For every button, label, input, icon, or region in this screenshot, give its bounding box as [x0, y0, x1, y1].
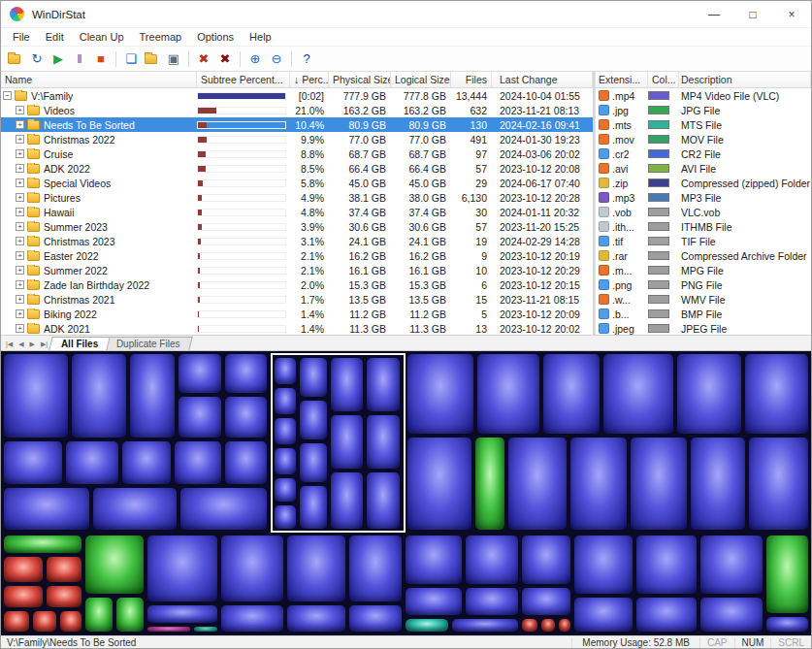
file-row[interactable]: +Pictures4.9%38.1 GB38.0 GB6,1302023-10-… — [1, 190, 593, 205]
menu-item-help[interactable]: Help — [242, 29, 279, 45]
treemap-cell[interactable] — [475, 438, 504, 530]
file-row[interactable]: +ADK 20211.4%11.3 GB11.3 GB132023-10-12 … — [1, 321, 593, 335]
extension-row[interactable]: .mp3MP3 File — [596, 190, 811, 205]
maximize-button[interactable]: □ — [733, 1, 772, 28]
expander-icon[interactable]: + — [16, 266, 24, 275]
treemap-cell[interactable] — [406, 535, 462, 584]
treemap[interactable] — [1, 351, 812, 635]
treemap-cell[interactable] — [603, 354, 673, 434]
open-button[interactable] — [5, 49, 26, 69]
pause-scan-button[interactable]: ‖ — [69, 49, 90, 69]
treemap-cell[interactable] — [407, 354, 473, 434]
treemap-cell[interactable] — [4, 488, 89, 530]
file-row[interactable]: +Christmas 20229.9%77.0 GB77.0 GB4912024… — [1, 132, 593, 146]
extension-row[interactable]: .mtsMTS File — [596, 117, 811, 132]
expander-icon[interactable]: + — [16, 193, 24, 202]
tab-duplicate-files[interactable]: Duplicate Files — [104, 337, 192, 350]
expander-icon[interactable]: + — [16, 208, 24, 216]
treemap-cell[interactable] — [406, 588, 462, 615]
extension-row[interactable]: .tifTIF File — [596, 234, 811, 248]
expander-icon[interactable]: + — [16, 237, 24, 245]
treemap-cell[interactable] — [179, 397, 221, 438]
extension-row[interactable]: .ith...ITHMB File — [596, 219, 811, 234]
treemap-cell[interactable] — [541, 619, 555, 632]
treemap-cell[interactable] — [116, 598, 144, 632]
zoom-in-button[interactable]: ⊕ — [244, 49, 266, 69]
treemap-cell[interactable] — [349, 535, 402, 601]
treemap-cell[interactable] — [147, 627, 190, 632]
treemap-cell[interactable] — [543, 354, 600, 434]
treemap-cell[interactable] — [221, 605, 283, 632]
file-row[interactable]: +Needs To Be Sorted10.4%80.9 GB80.9 GB13… — [1, 117, 593, 132]
column-header-physical-size[interactable]: Physical Size — [329, 72, 391, 87]
treemap-cell[interactable] — [287, 535, 345, 601]
treemap-cell[interactable] — [47, 557, 81, 582]
column-header-logical-size[interactable]: Logical Size — [391, 72, 451, 87]
menu-item-clean-up[interactable]: Clean Up — [72, 29, 132, 45]
treemap-cell[interactable] — [466, 535, 518, 584]
treemap-cell[interactable] — [477, 354, 539, 434]
expander-icon[interactable]: + — [16, 295, 24, 304]
file-row[interactable]: +Hawaii4.8%37.4 GB37.4 GB302024-01-11 20… — [1, 205, 593, 219]
open-console-button[interactable]: ▣ — [163, 49, 184, 69]
stop-scan-button[interactable]: ■ — [90, 49, 112, 69]
tab-all-files[interactable]: All Files — [49, 337, 111, 350]
treemap-cell[interactable] — [180, 488, 267, 530]
copy-path-button[interactable]: ❏ — [120, 49, 142, 69]
file-row[interactable]: +Cruise8.8%68.7 GB68.7 GB972024-03-06 20… — [1, 146, 593, 161]
extension-row[interactable]: .movMOV File — [596, 132, 811, 146]
treemap-cell[interactable] — [631, 438, 687, 530]
column-header-last-change[interactable]: Last Change — [492, 72, 593, 87]
file-row[interactable]: +Summer 20222.1%16.1 GB16.1 GB102023-10-… — [1, 263, 593, 277]
treemap-cell[interactable] — [749, 438, 808, 530]
treemap-cell[interactable] — [4, 354, 68, 438]
treemap-cell[interactable] — [194, 627, 217, 632]
extension-row[interactable]: .vobVLC.vob — [596, 205, 811, 219]
treemap-cell[interactable] — [407, 438, 471, 530]
file-row[interactable]: +Biking 20221.4%11.2 GB11.2 GB52023-10-1… — [1, 307, 593, 321]
resume-scan-button[interactable]: ▶ — [48, 49, 69, 69]
treemap-cell[interactable] — [221, 535, 283, 601]
expander-icon[interactable]: + — [16, 222, 24, 231]
treemap-cell[interactable] — [122, 441, 171, 484]
treemap-cell[interactable] — [72, 354, 126, 438]
treemap-cell[interactable] — [349, 605, 402, 632]
delete-permanent-button[interactable]: ✖ — [214, 49, 236, 69]
treemap-cell[interactable] — [4, 611, 29, 632]
open-explorer-button[interactable] — [142, 49, 163, 69]
treemap-cell[interactable] — [147, 535, 217, 601]
column-header-perc[interactable]: ↓ Perc... — [290, 72, 329, 87]
treemap-cell[interactable] — [85, 598, 113, 632]
file-row[interactable]: +Christmas 20233.1%24.1 GB24.1 GB192024-… — [1, 234, 593, 248]
menu-item-edit[interactable]: Edit — [38, 29, 72, 45]
treemap-cell[interactable] — [522, 535, 570, 584]
treemap-cell[interactable] — [175, 441, 221, 484]
extension-row[interactable]: .m...MPG File — [596, 263, 811, 277]
treemap-cell[interactable] — [85, 535, 144, 594]
file-row[interactable]: +Special Videos5.8%45.0 GB45.0 GB292024-… — [1, 176, 593, 190]
file-row[interactable]: −V:\Family[0:02]777.9 GB777.8 GB13,44420… — [1, 88, 593, 103]
tab-nav-button[interactable]: ▶ — [27, 341, 38, 350]
expander-icon[interactable]: + — [16, 164, 24, 173]
treemap-cell[interactable] — [47, 586, 81, 607]
menu-item-treemap[interactable]: Treemap — [132, 29, 190, 45]
file-row[interactable]: +Christmas 20211.7%13.5 GB13.5 GB152023-… — [1, 292, 593, 307]
treemap-cell[interactable] — [508, 438, 567, 530]
treemap-cell[interactable] — [570, 438, 627, 530]
treemap-cell[interactable] — [60, 611, 81, 632]
treemap-cell[interactable] — [700, 598, 763, 632]
treemap-cell[interactable] — [225, 354, 267, 393]
extension-row[interactable]: .jpgJPG File — [596, 103, 811, 117]
zoom-out-button[interactable]: ⊖ — [266, 49, 287, 69]
expander-icon[interactable]: + — [16, 120, 24, 129]
expander-icon[interactable]: + — [16, 106, 24, 114]
expander-icon[interactable]: + — [16, 149, 24, 158]
expander-icon[interactable]: + — [16, 324, 24, 333]
treemap-cell[interactable] — [179, 354, 221, 393]
treemap-cell[interactable] — [130, 354, 175, 438]
column-header-col[interactable]: Col... — [648, 72, 679, 87]
treemap-cell[interactable] — [745, 354, 808, 434]
file-row[interactable]: +ADK 20228.5%66.4 GB66.4 GB572023-10-12 … — [1, 161, 593, 176]
treemap-cell[interactable] — [636, 535, 697, 594]
column-header-subtree-percent[interactable]: Subtree Percent... — [197, 72, 290, 87]
